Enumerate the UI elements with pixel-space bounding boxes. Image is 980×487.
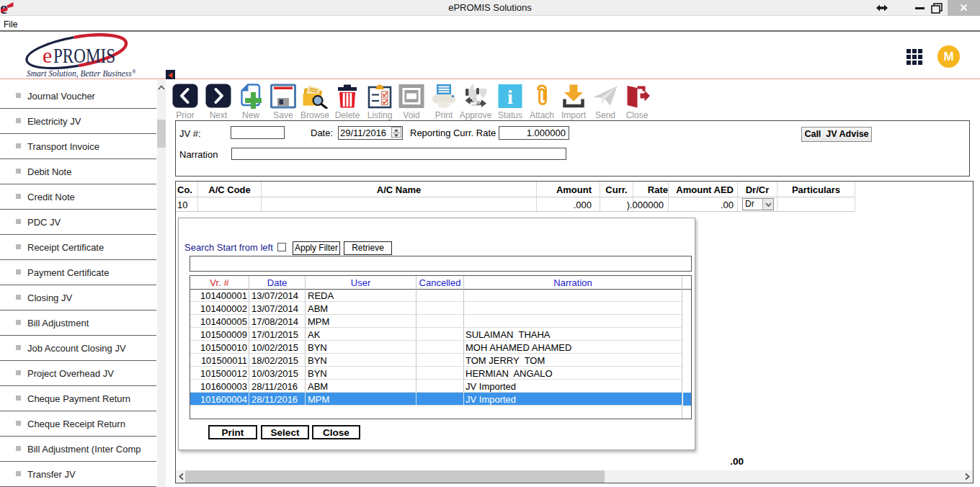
svg-text:i: i xyxy=(507,86,513,108)
svg-text:PROMIS: PROMIS xyxy=(53,43,115,67)
svg-text:e: e xyxy=(43,43,52,67)
